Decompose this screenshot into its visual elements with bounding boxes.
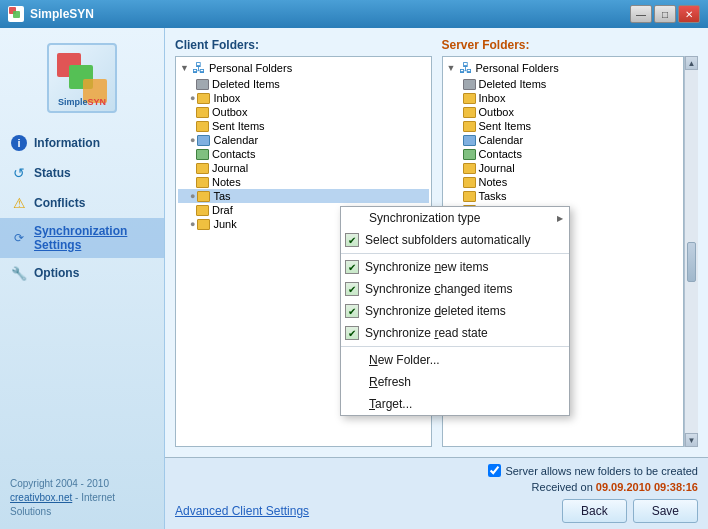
bottom-toolbar: Advanced Client Settings Back Save	[175, 499, 698, 523]
ctx-label-sync-type: Synchronization type	[369, 211, 480, 225]
ctx-separator-1	[341, 253, 569, 254]
list-item: ● Inbox	[178, 91, 429, 105]
ctx-item-new-folder[interactable]: New Folder...	[341, 349, 569, 371]
received-row: Received on 09.09.2010 09:38:16	[175, 481, 698, 493]
list-item: Outbox	[178, 105, 429, 119]
server-folders-label: Server Folders:	[442, 38, 699, 52]
minimize-button[interactable]: —	[630, 5, 652, 23]
logo-box: SimpleSYN	[47, 43, 117, 113]
received-label: Received on	[532, 481, 593, 493]
titlebar: SimpleSYN — □ ✕	[0, 0, 708, 28]
server-checkbox-row: Server allows new folders to be created	[175, 464, 698, 477]
btn-row: Back Save	[562, 499, 698, 523]
ctx-item-sync-changed[interactable]: ✔ Synchronize changed items	[341, 278, 569, 300]
list-item: Sent Items	[445, 119, 682, 133]
back-button[interactable]: Back	[562, 499, 627, 523]
status-icon: ↺	[10, 164, 28, 182]
sidebar-label-information: Information	[34, 136, 100, 150]
list-item: Notes	[178, 175, 429, 189]
app-icon	[8, 6, 24, 22]
client-folders-label: Client Folders:	[175, 38, 432, 52]
list-item: Deleted Items	[178, 77, 429, 91]
folders-area: Client Folders: ▼ 🖧 Personal Folders Del…	[165, 28, 708, 457]
sidebar-item-conflicts[interactable]: ⚠ Conflicts	[0, 188, 164, 218]
list-item: ● Tas	[178, 189, 429, 203]
list-item: Tasks	[445, 189, 682, 203]
window-title: SimpleSYN	[30, 7, 628, 21]
ctx-item-sync-type[interactable]: Synchronization type	[341, 207, 569, 229]
ctx-label-sync-changed: Synchronize changed items	[365, 282, 512, 296]
list-item: ● Calendar	[178, 133, 429, 147]
options-icon: 🔧	[10, 264, 28, 282]
list-item: Notes	[445, 175, 682, 189]
sidebar-label-conflicts: Conflicts	[34, 196, 85, 210]
ctx-checkbox-sync-new: ✔	[345, 260, 359, 274]
context-menu: Synchronization type ✔ Select subfolders…	[340, 206, 570, 416]
ctx-label-select-subfolders: Select subfolders automatically	[365, 233, 530, 247]
sidebar-logo: SimpleSYN	[0, 28, 164, 128]
sidebar-item-options[interactable]: 🔧 Options	[0, 258, 164, 288]
scroll-up-button[interactable]: ▲	[685, 56, 698, 70]
sidebar-label-status: Status	[34, 166, 71, 180]
ctx-item-select-subfolders[interactable]: ✔ Select subfolders automatically	[341, 229, 569, 251]
save-button[interactable]: Save	[633, 499, 698, 523]
sidebar-label-sync-settings: SynchronizationSettings	[34, 224, 127, 252]
content-area: Client Folders: ▼ 🖧 Personal Folders Del…	[165, 28, 708, 529]
server-allows-label: Server allows new folders to be created	[505, 465, 698, 477]
info-icon: i	[10, 134, 28, 152]
maximize-button[interactable]: □	[654, 5, 676, 23]
ctx-item-target[interactable]: Target...	[341, 393, 569, 415]
sidebar-item-status[interactable]: ↺ Status	[0, 158, 164, 188]
sidebar: SimpleSYN i Information ↺ Status ⚠ Confl…	[0, 28, 165, 529]
ctx-label-sync-new: Synchronize new items	[365, 260, 488, 274]
logo-squares	[57, 53, 107, 103]
ctx-label-sync-deleted: Synchronize deleted items	[365, 304, 506, 318]
advanced-client-settings-link[interactable]: Advanced Client Settings	[175, 504, 309, 518]
received-time: 09:38:16	[654, 481, 698, 493]
ctx-item-sync-new[interactable]: ✔ Synchronize new items	[341, 256, 569, 278]
scroll-down-button[interactable]: ▼	[685, 433, 698, 447]
list-item: ▼ 🖧 Personal Folders	[445, 59, 682, 77]
ctx-item-sync-read[interactable]: ✔ Synchronize read state	[341, 322, 569, 344]
expand-icon: ▼	[180, 63, 190, 73]
close-button[interactable]: ✕	[678, 5, 700, 23]
list-item: Journal	[445, 161, 682, 175]
sync-settings-icon: ⟳	[10, 229, 28, 247]
ctx-item-sync-deleted[interactable]: ✔ Synchronize deleted items	[341, 300, 569, 322]
ctx-item-refresh[interactable]: Refresh	[341, 371, 569, 393]
bottom-area: Server allows new folders to be created …	[165, 457, 708, 529]
list-item: Contacts	[178, 147, 429, 161]
ctx-checkbox-sync-read: ✔	[345, 326, 359, 340]
sidebar-item-information[interactable]: i Information	[0, 128, 164, 158]
ctx-checkbox-subfolders: ✔	[345, 233, 359, 247]
list-item: Contacts	[445, 147, 682, 161]
main-container: SimpleSYN i Information ↺ Status ⚠ Confl…	[0, 28, 708, 529]
company-link[interactable]: creativbox.net	[10, 492, 72, 503]
sidebar-footer: Copyright 2004 - 2010 creativbox.net - I…	[0, 467, 164, 529]
list-item: Journal	[178, 161, 429, 175]
expand-icon: ▼	[447, 63, 457, 73]
scroll-thumb[interactable]	[687, 242, 696, 282]
list-item: Inbox	[445, 91, 682, 105]
list-item: ▼ 🖧 Personal Folders	[178, 59, 429, 77]
ctx-label-sync-read: Synchronize read state	[365, 326, 488, 340]
list-item: Deleted Items	[445, 77, 682, 91]
svg-rect-1	[13, 11, 20, 18]
ctx-label-target: Target...	[369, 397, 412, 411]
ctx-checkbox-sync-deleted: ✔	[345, 304, 359, 318]
ctx-label-new-folder: New Folder...	[369, 353, 440, 367]
list-item: Calendar	[445, 133, 682, 147]
ctx-label-refresh: Refresh	[369, 375, 411, 389]
ctx-checkbox-sync-changed: ✔	[345, 282, 359, 296]
server-allows-checkbox[interactable]	[488, 464, 501, 477]
received-date: 09.09.2010	[596, 481, 651, 493]
conflicts-icon: ⚠	[10, 194, 28, 212]
sidebar-item-synchronization-settings[interactable]: ⟳ SynchronizationSettings	[0, 218, 164, 258]
ctx-separator-2	[341, 346, 569, 347]
sidebar-label-options: Options	[34, 266, 79, 280]
copyright-text: Copyright 2004 - 2010	[10, 478, 109, 489]
server-scrollbar[interactable]: ▲ ▼	[684, 56, 698, 447]
list-item: Outbox	[445, 105, 682, 119]
list-item: Sent Items	[178, 119, 429, 133]
